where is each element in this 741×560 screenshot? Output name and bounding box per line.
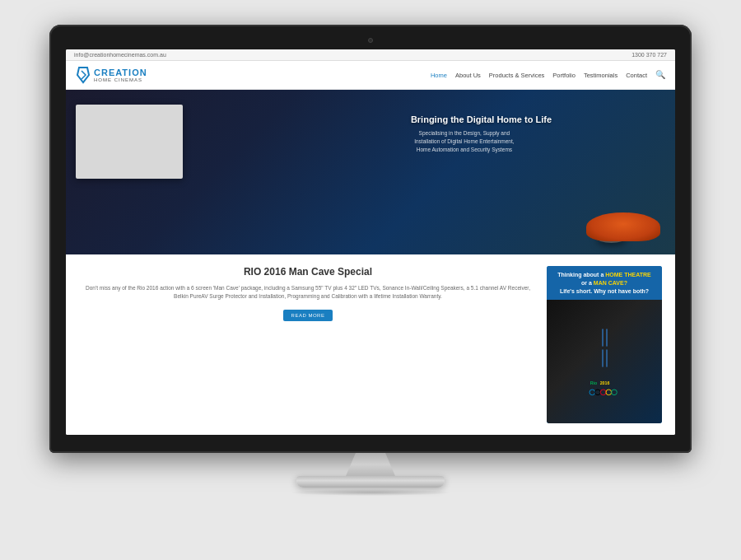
topbar-email: info@creationhomecinemas.com.au xyxy=(74,52,166,58)
content-main: RIO 2016 Man Cave Special Don't miss any… xyxy=(79,266,537,423)
nav-about[interactable]: About Us xyxy=(455,72,481,79)
nav-bar: CREATION HOME CINEMAS Home About Us Prod… xyxy=(66,61,675,90)
svg-point-5 xyxy=(606,390,612,395)
nav-links: Home About Us Products & Services Portfo… xyxy=(431,70,665,80)
ad-img-content: Rio 2016 xyxy=(547,300,662,423)
logo-text-area: CREATION HOME CINEMAS xyxy=(94,68,147,82)
top-bar: info@creationhomecinemas.com.au 1300 370… xyxy=(66,49,675,61)
sidebar-ad-top: Thinking about a HOME THEATRE or a MAN C… xyxy=(547,266,662,300)
logo-area: CREATION HOME CINEMAS xyxy=(76,66,158,84)
svg-point-4 xyxy=(600,390,606,395)
sidebar-ad-image: Rio 2016 xyxy=(547,300,662,423)
tv-screen-4 xyxy=(606,349,608,367)
monitor-screen: info@creationhomecinemas.com.au 1300 370… xyxy=(66,49,675,435)
logo-creation-text: CREATION xyxy=(94,68,147,77)
svg-point-3 xyxy=(595,390,601,395)
nav-contact[interactable]: Contact xyxy=(626,72,647,79)
nav-products[interactable]: Products & Services xyxy=(489,72,545,79)
ad-highlight-home-theatre: HOME THEATRE xyxy=(605,272,650,278)
tv-screen-2 xyxy=(606,329,608,347)
hero-text-area: Bringing the Digital Home to Life Specia… xyxy=(411,114,552,153)
content-section: RIO 2016 Man Cave Special Don't miss any… xyxy=(66,254,675,435)
monitor-camera xyxy=(368,38,373,43)
content-text: Don't miss any of the Rio 2016 action wi… xyxy=(79,284,537,301)
sidebar-ad: Thinking about a HOME THEATRE or a MAN C… xyxy=(547,266,662,423)
svg-text:2016: 2016 xyxy=(600,380,610,385)
topbar-phone: 1300 370 727 xyxy=(631,52,667,58)
hero-projection-screen xyxy=(76,105,183,179)
content-sidebar: Thinking about a HOME THEATRE or a MAN C… xyxy=(547,266,662,423)
search-icon[interactable]: 🔍 xyxy=(655,70,665,80)
content-title: RIO 2016 Man Cave Special xyxy=(79,266,537,278)
nav-testimonials[interactable]: Testimonials xyxy=(584,72,618,79)
hero-desc: Specialising in the Design, Supply and I… xyxy=(411,129,518,153)
monitor-camera-area xyxy=(66,38,675,43)
tv-screen-1 xyxy=(602,329,604,347)
tv-screens-grid xyxy=(597,324,613,372)
monitor-frame: info@creationhomecinemas.com.au 1300 370… xyxy=(49,25,692,453)
sidebar-ad-title: Thinking about a HOME THEATRE or a MAN C… xyxy=(553,271,655,295)
tv-screen-3 xyxy=(602,349,604,367)
hero-title: Bringing the Digital Home to Life xyxy=(411,114,552,124)
website: info@creationhomecinemas.com.au 1300 370… xyxy=(66,49,675,435)
hero-section: Bringing the Digital Home to Life Specia… xyxy=(66,90,675,254)
logo-icon xyxy=(76,66,91,84)
ad-highlight-man-cave: MAN CAVE? xyxy=(594,280,627,286)
logo-sub-text: HOME CINEMAS xyxy=(94,77,147,82)
svg-point-2 xyxy=(590,390,595,395)
monitor-wrapper: info@creationhomecinemas.com.au 1300 370… xyxy=(49,25,692,535)
hero-sofa xyxy=(586,212,660,241)
nav-portfolio[interactable]: Portfolio xyxy=(552,72,576,79)
svg-text:Rio: Rio xyxy=(590,380,598,385)
svg-point-6 xyxy=(612,390,618,395)
rio-logo: Rio 2016 xyxy=(588,376,621,400)
nav-home[interactable]: Home xyxy=(431,72,447,79)
monitor-stand-base xyxy=(296,476,445,488)
stand-shadow xyxy=(288,489,453,496)
read-more-button[interactable]: READ MORE xyxy=(283,310,333,321)
monitor-stand-neck xyxy=(346,453,395,476)
